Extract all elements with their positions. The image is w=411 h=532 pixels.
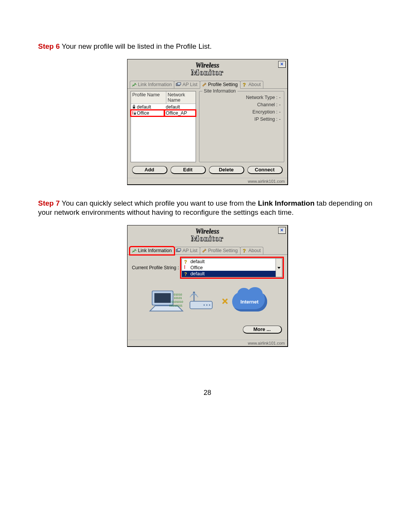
router-icon [187,290,218,313]
svg-text:?: ? [243,248,246,253]
tab-ap-list[interactable]: AP List [174,81,200,88]
profile-option-office-label: Office [190,265,202,270]
ap-list-icon [176,248,181,253]
step6-text: Step 6 Your new profile will be listed i… [38,42,377,51]
profile-option-office[interactable]: Office [182,265,282,271]
connection-illustration: 01010 10101 0101010 01010101 ✕ [131,281,284,323]
col-profile-name: Profile Name [131,91,166,104]
close-button[interactable]: × [278,227,286,234]
profile-name-default: default [137,104,151,110]
profile-row-default[interactable]: default default [131,104,196,110]
close-button[interactable]: × [278,61,286,68]
question-icon: ? [242,82,247,87]
button-row: Add Edit Delete Connect [131,166,284,174]
step7-bold: Link Information [258,199,315,207]
tab-about-label: About [249,248,261,253]
profile-name-office: Office [137,110,149,116]
val-encryption: - [279,109,280,115]
lbl-ip-setting: IP Setting : [254,117,277,122]
wrench-icon [202,248,207,253]
wireless-monitor-window-profile: Wireless Monitor × Link Information AP L… [127,59,288,185]
tab-bar: Link Information AP List Profile Setting [127,79,287,89]
site-information-panel: Site Information Network Type :- Channel… [199,91,284,162]
app-title: Wireless Monitor [191,228,223,243]
title-bar: Wireless Monitor × [127,59,287,79]
lbl-channel: Channel : [257,102,278,107]
delete-button[interactable]: Delete [209,166,244,174]
svg-rect-1 [177,83,181,85]
svg-rect-3 [133,107,135,109]
svg-text:?: ? [184,272,187,276]
svg-text:?: ? [243,82,246,87]
col-network-name: Network Name [166,91,196,104]
add-button[interactable]: Add [132,166,167,174]
tab-profile-setting-label: Profile Setting [208,82,238,87]
tab-link-information[interactable]: Link Information [130,81,175,88]
profile-combo-highlight: ? default [181,258,282,278]
tab-profile-setting[interactable]: Profile Setting [200,247,241,254]
svg-point-5 [132,111,133,112]
profile-list[interactable]: Profile Name Network Name default [131,91,196,162]
dropdown-arrow-button[interactable] [276,259,282,277]
tab-ap-list-label: AP List [182,82,197,87]
lbl-network-type: Network Type : [246,95,277,100]
tab-ap-list[interactable]: AP List [174,247,200,254]
lbl-encryption: Encryption : [252,109,277,115]
tab-about[interactable]: ? About [240,81,264,88]
tab-bar: Link Information AP List Profile Setting [127,245,287,255]
tab-link-information-label: Link Information [138,248,172,253]
svg-text:01010: 01010 [174,292,182,296]
svg-point-26 [206,304,207,306]
wrench-icon [202,82,207,87]
svg-point-27 [209,304,210,306]
footer-url: www.airlink101.com [127,178,287,184]
tab-link-information[interactable]: Link Information [130,247,175,255]
more-button[interactable]: More ... [243,326,282,334]
profile-row-office[interactable]: Office Office_AP [131,110,196,116]
svg-text:0101010: 0101010 [171,300,183,304]
tab-profile-setting[interactable]: Profile Setting [200,81,241,89]
svg-point-13 [185,265,185,266]
step7-label: Step 7 [38,199,60,207]
antenna-lock-icon [132,111,136,115]
val-channel: - [279,102,280,107]
laptop-icon: 01010 10101 0101010 01010101 [148,289,185,315]
svg-point-25 [203,304,205,306]
svg-text:?: ? [184,259,187,264]
connect-button[interactable]: Connect [247,166,283,174]
internet-label: Internet [241,299,259,305]
signal-icon [132,248,137,253]
profile-option-default-label: default [190,271,205,276]
antenna-icon [183,265,189,270]
step6-body: Your new profile will be listed in the P… [60,42,212,50]
network-name-default: default [164,104,196,110]
internet-cloud: Internet [232,292,267,312]
profile-combobox[interactable]: ? default [182,258,282,277]
profile-option-default[interactable]: ? default [182,271,282,277]
step7-text: Step 7 You can quickly select which prof… [38,199,377,217]
edit-button[interactable]: Edit [170,166,206,174]
svg-text:10101: 10101 [174,296,182,300]
title-bar: Wireless Monitor × [127,225,287,245]
tab-link-information-label: Link Information [138,82,172,87]
tab-ap-list-label: AP List [182,248,197,253]
profile-combo-selected: default [190,259,205,264]
question-small-icon: ? [183,259,189,264]
svg-rect-8 [177,249,181,251]
tab-profile-setting-label: Profile Setting [208,248,238,253]
app-title-line2: Monitor [191,69,223,77]
question-icon: ? [242,248,247,253]
question-small-icon: ? [183,271,189,276]
app-title-line2: Monitor [191,235,223,243]
tab-about-label: About [249,82,261,87]
disconnected-x-icon: ✕ [221,297,228,307]
current-profile-label: Current Profile String : [132,265,179,270]
svg-rect-6 [134,113,136,115]
page-number: 28 [38,389,377,397]
profile-list-header: Profile Name Network Name [131,91,196,104]
svg-marker-11 [277,267,280,269]
wireless-monitor-window-linkinfo: Wireless Monitor × Link Information AP L… [127,225,288,347]
tab-about[interactable]: ? About [240,247,264,254]
network-name-office: Office_AP [164,110,196,116]
profile-combo-list: Office ? default [182,265,282,277]
